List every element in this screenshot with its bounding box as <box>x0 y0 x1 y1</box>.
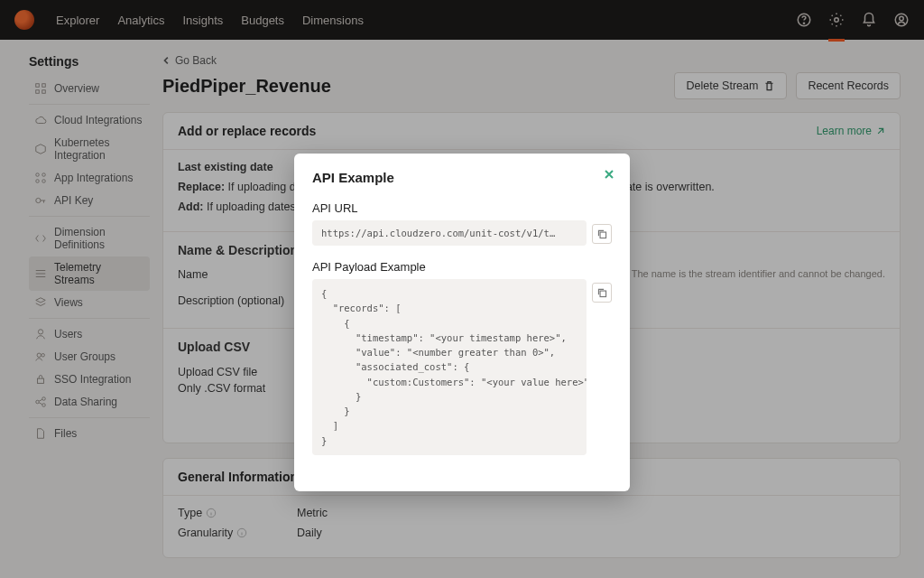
payload-label: API Payload Example <box>312 260 612 274</box>
api-example-modal: API Example API URL https://api.cloudzer… <box>294 154 630 491</box>
api-url-box: https://api.cloudzero.com/unit-cost/v1/t… <box>312 220 587 246</box>
payload-box: { "records": [ { "timestamp": "<your tim… <box>312 279 587 455</box>
modal-overlay[interactable]: API Example API URL https://api.cloudzer… <box>0 0 924 578</box>
modal-title: API Example <box>312 170 612 185</box>
api-url-label: API URL <box>312 201 612 215</box>
svg-rect-25 <box>600 291 606 297</box>
copy-url-button[interactable] <box>592 224 612 244</box>
copy-payload-button[interactable] <box>592 283 612 303</box>
svg-rect-24 <box>600 232 606 238</box>
close-icon[interactable] <box>603 168 615 181</box>
